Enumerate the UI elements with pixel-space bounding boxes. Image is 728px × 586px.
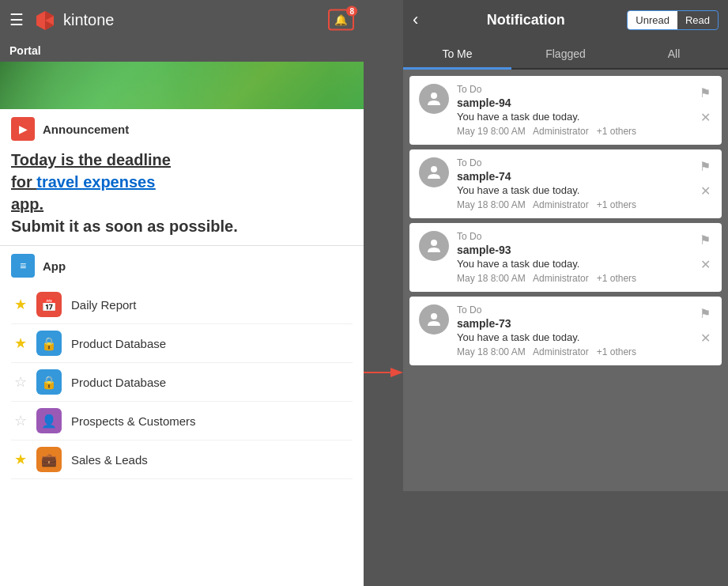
notification-type: To Do bbox=[457, 84, 690, 95]
announcement-line2: for travel expenses bbox=[11, 173, 155, 191]
app-section-icon: ≡ bbox=[11, 254, 35, 278]
notification-actions: ⚑ ✕ bbox=[698, 84, 712, 137]
notification-meta: May 18 8:00 AM Administrator +1 others bbox=[457, 273, 690, 284]
announcement-content: Today is the deadline for travel expense… bbox=[11, 149, 353, 237]
announcement-line3: app. bbox=[11, 195, 43, 213]
notification-item: To Do sample-74 You have a task due toda… bbox=[409, 149, 722, 218]
flag-button[interactable]: ⚑ bbox=[698, 231, 712, 249]
notification-app-name[interactable]: sample-93 bbox=[457, 244, 690, 256]
notification-list: To Do sample-94 You have a task due toda… bbox=[403, 70, 728, 491]
star-icon: ☆ bbox=[14, 373, 27, 391]
app-list-item[interactable]: ★ 📅 Daily Report bbox=[11, 285, 353, 324]
notification-type: To Do bbox=[457, 157, 690, 168]
app-list-item[interactable]: ★ 💼 Sales & Leads bbox=[11, 440, 353, 479]
flag-button[interactable]: ⚑ bbox=[698, 157, 712, 176]
app-item-icon: 📅 bbox=[36, 292, 62, 317]
notification-type: To Do bbox=[457, 231, 690, 242]
app-list-item[interactable]: ☆ 🔒 Product Database bbox=[11, 363, 353, 402]
notification-meta: May 19 8:00 AM Administrator +1 others bbox=[457, 126, 690, 137]
star-icon: ★ bbox=[14, 451, 27, 468]
flag-button[interactable]: ⚑ bbox=[698, 84, 712, 102]
top-bar: ☰ kintone 🔔 8 bbox=[0, 0, 364, 40]
announcement-icon: ▶ bbox=[11, 117, 35, 141]
arrow-icon bbox=[364, 365, 403, 380]
svg-point-6 bbox=[431, 93, 437, 99]
app-list-item[interactable]: ☆ 👤 Prospects & Customers bbox=[11, 402, 353, 440]
unread-read-toggle: Unread Read bbox=[627, 10, 719, 30]
dismiss-button[interactable]: ✕ bbox=[699, 329, 712, 347]
svg-point-8 bbox=[431, 240, 437, 246]
app-item-label: Product Database bbox=[71, 376, 166, 389]
avatar bbox=[419, 157, 449, 187]
notification-body: To Do sample-74 You have a task due toda… bbox=[457, 157, 690, 210]
notification-type: To Do bbox=[457, 304, 690, 316]
notification-actions: ⚑ ✕ bbox=[698, 157, 712, 210]
unread-button[interactable]: Unread bbox=[628, 11, 677, 29]
notification-tab-flagged[interactable]: Flagged bbox=[511, 40, 620, 68]
logo-area: kintone bbox=[33, 8, 115, 32]
app-item-label: Product Database bbox=[71, 337, 166, 350]
notification-body: To Do sample-93 You have a task due toda… bbox=[457, 231, 690, 284]
hero-image bbox=[0, 62, 364, 109]
notification-actions: ⚑ ✕ bbox=[698, 231, 712, 284]
notification-message: You have a task due today. bbox=[457, 258, 690, 270]
notification-app-name[interactable]: sample-74 bbox=[457, 170, 690, 183]
announcement-line1: Today is the deadline bbox=[11, 151, 171, 168]
star-icon: ★ bbox=[14, 296, 27, 313]
bell-badge: 8 bbox=[346, 6, 357, 17]
dismiss-button[interactable]: ✕ bbox=[699, 108, 712, 127]
hamburger-icon[interactable]: ☰ bbox=[9, 10, 24, 29]
notification-tab-all[interactable]: All bbox=[620, 40, 728, 68]
avatar bbox=[419, 84, 449, 114]
app-list: ★ 📅 Daily Report ★ 🔒 Product Database ☆ … bbox=[11, 285, 353, 479]
notification-item: To Do sample-94 You have a task due toda… bbox=[409, 76, 722, 145]
announcement-link[interactable]: travel expenses bbox=[36, 173, 155, 191]
left-panel: ☰ kintone 🔔 8 Portal ▶ Announcement Toda… bbox=[0, 0, 364, 586]
notification-actions: ⚑ ✕ bbox=[698, 304, 712, 357]
right-panel: ‹ Notification Unread Read To MeFlaggedA… bbox=[403, 0, 728, 586]
app-item-icon: 👤 bbox=[36, 408, 62, 433]
announcement-title: Announcement bbox=[43, 123, 129, 136]
svg-marker-5 bbox=[390, 368, 403, 377]
app-section-title: App bbox=[43, 259, 66, 273]
read-button[interactable]: Read bbox=[677, 11, 718, 29]
notification-message: You have a task due today. bbox=[457, 331, 690, 343]
star-icon: ★ bbox=[14, 335, 27, 352]
back-icon: ‹ bbox=[413, 9, 418, 29]
app-header: ≡ App bbox=[11, 254, 353, 278]
notification-meta: May 18 8:00 AM Administrator +1 others bbox=[457, 346, 690, 357]
bell-icon: 🔔 bbox=[334, 14, 348, 26]
notification-body: To Do sample-73 You have a task due toda… bbox=[457, 304, 690, 357]
kintone-logo-icon bbox=[33, 8, 57, 32]
notification-meta: May 18 8:00 AM Administrator +1 others bbox=[457, 199, 690, 210]
notification-tab-to-me[interactable]: To Me bbox=[403, 40, 511, 68]
bottom-gray-area bbox=[403, 491, 728, 586]
svg-point-7 bbox=[431, 166, 437, 172]
back-button[interactable]: ‹ bbox=[413, 9, 424, 30]
app-section: ≡ App ★ 📅 Daily Report ★ 🔒 Product Datab… bbox=[0, 246, 364, 487]
app-item-icon: 🔒 bbox=[36, 369, 62, 395]
app-list-item[interactable]: ★ 🔒 Product Database bbox=[11, 324, 353, 363]
app-item-label: Daily Report bbox=[71, 298, 137, 312]
notif-header: ‹ Notification Unread Read bbox=[403, 0, 728, 40]
app-item-icon: 💼 bbox=[36, 447, 62, 472]
announcement-line4: Submit it as soon as possible. bbox=[11, 217, 238, 235]
notification-body: To Do sample-94 You have a task due toda… bbox=[457, 84, 690, 137]
app-item-icon: 🔒 bbox=[36, 331, 62, 356]
portal-label: Portal bbox=[9, 44, 41, 57]
notification-message: You have a task due today. bbox=[457, 184, 690, 196]
notification-title: Notification bbox=[424, 12, 627, 28]
notification-message: You have a task due today. bbox=[457, 111, 690, 123]
arrow-area bbox=[364, 0, 403, 586]
notification-app-name[interactable]: sample-94 bbox=[457, 96, 690, 109]
announcement-header: ▶ Announcement bbox=[11, 117, 353, 141]
announcement-section: ▶ Announcement Today is the deadline for… bbox=[0, 109, 364, 246]
flag-button[interactable]: ⚑ bbox=[698, 304, 712, 323]
notification-tabs: To MeFlaggedAll bbox=[403, 40, 728, 70]
notification-app-name[interactable]: sample-73 bbox=[457, 317, 690, 330]
dismiss-button[interactable]: ✕ bbox=[699, 255, 712, 274]
bell-button[interactable]: 🔔 8 bbox=[328, 9, 354, 31]
dismiss-button[interactable]: ✕ bbox=[699, 182, 712, 200]
notification-item: To Do sample-73 You have a task due toda… bbox=[409, 297, 722, 365]
avatar bbox=[419, 304, 449, 335]
